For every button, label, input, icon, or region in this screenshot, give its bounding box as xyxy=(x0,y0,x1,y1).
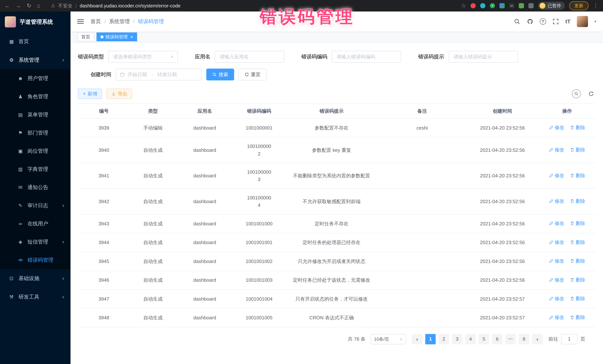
sidebar-item-dev-tools[interactable]: ⚒ 研发工具 ∨ xyxy=(0,288,70,306)
edit-link[interactable]: 修改 xyxy=(549,124,564,131)
delete-link[interactable]: 删除 xyxy=(570,197,585,205)
bookmark-star-icon[interactable]: ☆ xyxy=(461,3,466,9)
search-button[interactable]: 搜索 xyxy=(206,69,234,80)
reload-icon[interactable]: ↻ xyxy=(27,3,31,9)
edit-link[interactable]: 修改 xyxy=(549,276,564,284)
error-code-input[interactable] xyxy=(332,51,401,63)
sidebar-item-notice[interactable]: ✉ 通知公告 xyxy=(0,178,70,197)
edit-link[interactable]: 修改 xyxy=(549,197,564,205)
sidebar-item-online-users[interactable]: ∞ 在线用户 xyxy=(0,215,70,233)
cell-app: dashboard xyxy=(176,308,233,327)
date-range-picker[interactable]: 开始日期 - 结束日期 xyxy=(116,69,202,80)
extension-icon-teal[interactable] xyxy=(480,3,485,8)
home-icon[interactable]: ⌂ xyxy=(37,3,40,9)
collapse-sidebar-icon[interactable] xyxy=(77,19,84,24)
forward-icon[interactable]: → xyxy=(16,3,21,9)
page-button-4[interactable]: 4 xyxy=(465,334,476,344)
cell-actions: 修改 删除 xyxy=(539,289,596,308)
next-page-button[interactable]: › xyxy=(532,334,543,344)
github-icon[interactable] xyxy=(527,18,533,25)
sidebar-item-departments[interactable]: ⚑ 部门管理 xyxy=(0,124,70,142)
more-pages-button[interactable]: ••• xyxy=(505,334,516,344)
tab-error-code[interactable]: 错误码管理 × xyxy=(96,33,137,41)
export-button[interactable]: 导出 xyxy=(106,88,132,99)
help-icon[interactable]: ? xyxy=(540,18,546,25)
cell-remark xyxy=(378,214,466,233)
user-icon: ☻ xyxy=(17,76,24,81)
extension-icon-green[interactable]: V xyxy=(490,3,495,8)
page-size-select[interactable]: 10条/页 ∨ xyxy=(371,334,406,344)
goto-page-input[interactable] xyxy=(561,334,577,344)
delete-link[interactable]: 删除 xyxy=(570,146,585,154)
delete-link[interactable]: 删除 xyxy=(570,239,585,246)
breadcrumb: 首页 / 系统管理 / 错误码管理 xyxy=(91,18,164,25)
page-content: 错误码类型 请选择错误码类型 ∨ 应用名 错误码编码 错误码提示 xyxy=(70,43,603,364)
add-button[interactable]: + 新增 xyxy=(78,88,102,99)
page-button-6[interactable]: 6 xyxy=(492,334,502,344)
browser-update-button[interactable]: 更新 xyxy=(569,1,589,10)
extension-icon-on[interactable]: on xyxy=(509,3,514,8)
delete-link[interactable]: 删除 xyxy=(570,220,585,227)
page-button-2[interactable]: 2 xyxy=(439,334,449,344)
profile-paused-badge[interactable]: 已暂停 xyxy=(538,2,565,10)
extension-icon-leaf[interactable] xyxy=(519,3,524,8)
sidebar-item-roles[interactable]: ♟ 角色管理 xyxy=(0,88,70,106)
edit-link[interactable]: 修改 xyxy=(549,172,564,179)
edit-link[interactable]: 修改 xyxy=(549,239,564,246)
sidebar-item-error-code[interactable]: </> 错误码管理 xyxy=(0,251,70,269)
reset-button[interactable]: 重置 xyxy=(239,69,267,80)
edit-link[interactable]: 修改 xyxy=(549,295,564,302)
sidebar-item-infrastructure[interactable]: ⊡ 基础设施 ∨ xyxy=(0,269,70,288)
delete-link[interactable]: 删除 xyxy=(570,314,585,321)
font-size-icon[interactable]: tT xyxy=(565,18,570,25)
delete-link[interactable]: 删除 xyxy=(570,257,585,265)
sidebar-item-users[interactable]: ☻ 用户管理 xyxy=(0,69,70,88)
edit-link[interactable]: 修改 xyxy=(549,314,564,321)
browser-menu-icon[interactable]: ⋮ xyxy=(593,3,599,9)
sidebar-item-home[interactable]: ▦ 首页 xyxy=(0,32,70,51)
filter-form-row-2: 创建时间 开始日期 - 结束日期 搜索 重置 xyxy=(78,69,596,80)
sidebar-item-posts[interactable]: ▣ 岗位管理 xyxy=(0,142,70,160)
extensions-puzzle-icon[interactable] xyxy=(528,3,533,8)
breadcrumb-home[interactable]: 首页 xyxy=(91,18,101,25)
edit-icon xyxy=(549,125,554,130)
avatar-caret-icon[interactable]: ▾ xyxy=(594,19,596,24)
app-name-input[interactable] xyxy=(215,51,284,63)
prev-page-button[interactable]: ‹ xyxy=(412,334,422,344)
error-msg-input[interactable] xyxy=(449,51,518,63)
breadcrumb-system[interactable]: 系统管理 xyxy=(109,18,130,25)
table-row: 3941 自动生成 dashboard 100100000 3 不能删除类型为系… xyxy=(78,163,596,189)
sidebar-item-system[interactable]: ⚙ 系统管理 ∧ xyxy=(0,51,70,69)
delete-link[interactable]: 删除 xyxy=(570,295,585,302)
error-type-select[interactable]: 请选择错误码类型 ∨ xyxy=(108,51,178,63)
user-avatar[interactable] xyxy=(577,16,588,27)
sidebar-item-audit-log[interactable]: ✎ 审计日志 ∨ xyxy=(0,197,70,215)
sidebar-item-sms[interactable]: ◈ 短信管理 ∨ xyxy=(0,233,70,251)
page-button-1[interactable]: 1 xyxy=(425,334,436,344)
address-bar[interactable]: ⚠ 不安全 | dashboard.yudao.iocoder.cn/syste… xyxy=(51,3,181,9)
delete-link[interactable]: 删除 xyxy=(570,172,585,179)
tab-home[interactable]: 首页 xyxy=(77,33,94,41)
search-icon[interactable] xyxy=(514,18,521,25)
back-icon[interactable]: ← xyxy=(4,3,10,9)
edit-link[interactable]: 修改 xyxy=(549,146,564,154)
edit-link[interactable]: 修改 xyxy=(549,257,564,265)
sidebar-item-dict[interactable]: ▥ 字典管理 xyxy=(0,160,70,178)
sidebar-item-menus[interactable]: ▤ 菜单管理 xyxy=(0,106,70,124)
gear-icon: ⚙ xyxy=(8,57,15,63)
toggle-search-icon[interactable] xyxy=(572,89,581,98)
page-button-3[interactable]: 3 xyxy=(452,334,462,344)
fullscreen-icon[interactable] xyxy=(552,18,559,25)
refresh-table-icon[interactable] xyxy=(587,89,596,98)
page-button-5[interactable]: 5 xyxy=(479,334,489,344)
delete-link[interactable]: 删除 xyxy=(570,124,585,131)
department-icon: ⚑ xyxy=(17,130,24,136)
paused-label: 已暂停 xyxy=(548,3,561,9)
extension-icon-red[interactable] xyxy=(471,3,476,8)
page-button-8[interactable]: 8 xyxy=(519,334,529,344)
close-icon[interactable]: × xyxy=(130,34,133,39)
url-text[interactable]: dashboard.yudao.iocoder.cn/system/error-… xyxy=(80,3,181,9)
edit-link[interactable]: 修改 xyxy=(549,220,564,227)
extension-icon-grid[interactable] xyxy=(499,3,505,8)
delete-link[interactable]: 删除 xyxy=(570,276,585,284)
